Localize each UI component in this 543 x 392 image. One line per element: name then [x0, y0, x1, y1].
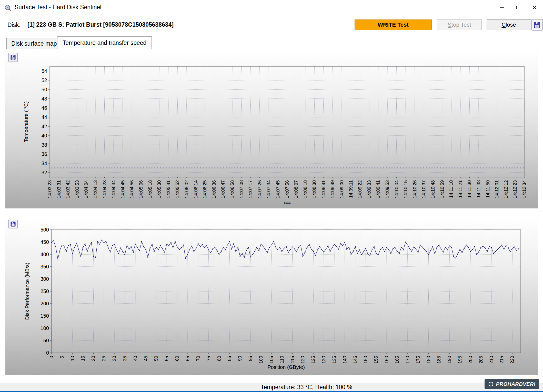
- prohardver-logo: [488, 381, 494, 387]
- svg-text:35: 35: [122, 356, 127, 361]
- svg-text:14:09:53: 14:09:53: [385, 180, 390, 198]
- svg-text:14:05:18: 14:05:18: [148, 180, 153, 198]
- svg-text:210: 210: [489, 356, 494, 364]
- svg-text:75: 75: [206, 356, 211, 361]
- svg-text:38: 38: [42, 142, 47, 148]
- svg-text:14:12:12: 14:12:12: [504, 180, 509, 198]
- save-temperature-chart-button[interactable]: [8, 53, 18, 62]
- svg-text:10: 10: [70, 356, 75, 361]
- prohardver-text: PROHARDVER!: [496, 381, 536, 387]
- save-results-button[interactable]: [531, 19, 543, 31]
- svg-text:14:06:36: 14:06:36: [212, 180, 217, 198]
- svg-text:125: 125: [311, 356, 316, 364]
- disk-label: Disk:: [7, 22, 21, 28]
- svg-text:14:08:41: 14:08:41: [321, 180, 326, 198]
- svg-text:170: 170: [405, 356, 410, 364]
- svg-text:190: 190: [447, 356, 452, 364]
- svg-text:52: 52: [42, 77, 47, 83]
- tab-temperature-transfer-speed-label: Temperature and transfer speed: [63, 39, 146, 46]
- svg-text:14:06:14: 14:06:14: [193, 180, 198, 198]
- svg-text:14:05:41: 14:05:41: [166, 180, 171, 198]
- svg-text:42: 42: [42, 124, 47, 129]
- minimize-button[interactable]: [494, 0, 510, 15]
- svg-text:14:08:18: 14:08:18: [303, 180, 308, 198]
- svg-text:150: 150: [363, 356, 368, 364]
- svg-text:14:07:08: 14:07:08: [239, 180, 244, 198]
- svg-text:14:04:34: 14:04:34: [111, 180, 116, 198]
- svg-text:145: 145: [353, 356, 358, 364]
- svg-text:14:10:15: 14:10:15: [403, 180, 408, 198]
- svg-text:48: 48: [42, 96, 47, 102]
- svg-text:14:12:23: 14:12:23: [512, 180, 518, 198]
- svg-text:450: 450: [41, 239, 49, 245]
- close-dialog-button[interactable]: Close: [487, 19, 531, 30]
- svg-text:Time: Time: [283, 201, 290, 205]
- svg-text:14:04:56: 14:04:56: [129, 180, 134, 198]
- svg-text:14:10:48: 14:10:48: [430, 180, 436, 198]
- svg-text:14:11:10: 14:11:10: [449, 180, 454, 198]
- svg-text:14:04:23: 14:04:23: [102, 180, 107, 198]
- svg-text:Disk Performance (MB/s): Disk Performance (MB/s): [24, 263, 30, 320]
- svg-text:14:06:58: 14:06:58: [230, 180, 235, 198]
- svg-text:36: 36: [42, 151, 47, 157]
- svg-text:14:09:33: 14:09:33: [367, 180, 372, 198]
- svg-text:14:06:02: 14:06:02: [184, 180, 189, 198]
- close-window-button[interactable]: ✕: [526, 0, 543, 15]
- temperature-chart: 32343638404244464850525414:03:2314:03:31…: [5, 51, 538, 208]
- svg-text:14:11:38: 14:11:38: [476, 180, 481, 198]
- tabstrip: Disk surface map Temperature and transfe…: [0, 36, 543, 49]
- svg-text:65: 65: [185, 356, 190, 361]
- svg-text:70: 70: [196, 356, 201, 361]
- svg-text:110: 110: [279, 356, 285, 363]
- svg-text:14:07:45: 14:07:45: [275, 180, 280, 198]
- svg-text:Temperature ( °C): Temperature ( °C): [23, 101, 29, 142]
- svg-text:220: 220: [510, 356, 515, 364]
- write-test-label: WRITE Test: [378, 22, 409, 28]
- toolbar: Disk: [1] 223 GB S: Patriot Burst [90530…: [0, 15, 543, 36]
- svg-text:215: 215: [499, 356, 504, 364]
- write-test-button[interactable]: WRITE Test: [355, 19, 432, 30]
- svg-text:14:09:22: 14:09:22: [357, 180, 363, 198]
- svg-text:14:07:26: 14:07:26: [257, 180, 262, 198]
- floppy-icon: [10, 54, 16, 61]
- prohardver-badge: PROHARDVER!: [485, 379, 539, 389]
- svg-text:14:03:42: 14:03:42: [65, 180, 71, 198]
- tab-temperature-transfer-speed[interactable]: Temperature and transfer speed: [57, 36, 152, 49]
- svg-text:500: 500: [41, 227, 49, 233]
- svg-text:165: 165: [395, 356, 400, 364]
- svg-text:14:11:50: 14:11:50: [485, 180, 490, 198]
- close-dialog-label: Close: [501, 22, 516, 28]
- svg-text:0: 0: [46, 350, 49, 356]
- svg-text:14:04:13: 14:04:13: [93, 180, 98, 198]
- save-performance-chart-button[interactable]: [8, 220, 18, 228]
- disk-value: [1] 223 GB S: Patriot Burst [9053078C150…: [27, 21, 174, 28]
- svg-text:120: 120: [300, 356, 305, 364]
- svg-text:160: 160: [384, 356, 389, 364]
- floppy-icon: [10, 221, 16, 227]
- stop-test-label: Stop Test: [448, 22, 471, 28]
- svg-text:14:06:47: 14:06:47: [220, 180, 226, 198]
- svg-text:350: 350: [41, 264, 49, 269]
- svg-text:15: 15: [81, 356, 86, 361]
- svg-text:14:10:37: 14:10:37: [421, 180, 426, 198]
- tab-disk-surface-map[interactable]: Disk surface map: [6, 38, 62, 49]
- svg-text:135: 135: [332, 356, 337, 364]
- svg-text:20: 20: [91, 356, 96, 361]
- svg-text:46: 46: [42, 105, 47, 111]
- svg-text:34: 34: [42, 160, 47, 166]
- temperature-chart-panel: 32343638404244464850525414:03:2314:03:31…: [5, 51, 538, 208]
- statusbar: Temperature: 33 °C, Health: 100 %: [0, 383, 543, 391]
- svg-text:250: 250: [41, 288, 49, 294]
- svg-text:150: 150: [41, 313, 49, 319]
- close-icon: ✕: [532, 5, 537, 11]
- svg-text:14:03:23: 14:03:23: [47, 180, 52, 198]
- maximize-button[interactable]: [510, 0, 526, 15]
- svg-text:55: 55: [164, 356, 169, 361]
- svg-text:205: 205: [478, 356, 484, 364]
- svg-text:14:07:17: 14:07:17: [248, 180, 253, 198]
- svg-text:14:03:53: 14:03:53: [75, 180, 80, 198]
- svg-text:0: 0: [49, 356, 54, 358]
- svg-text:14:08:30: 14:08:30: [312, 180, 317, 198]
- titlebar: Surface Test - Hard Disk Sentinel ✕: [0, 0, 543, 15]
- svg-text:80: 80: [217, 356, 222, 361]
